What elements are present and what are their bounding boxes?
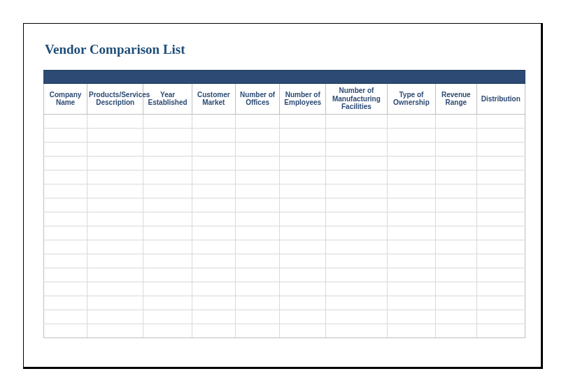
table-cell[interactable] xyxy=(476,226,525,240)
table-cell[interactable] xyxy=(192,240,235,254)
table-cell[interactable] xyxy=(44,240,87,254)
table-cell[interactable] xyxy=(387,184,435,198)
table-cell[interactable] xyxy=(44,198,87,212)
table-cell[interactable] xyxy=(235,324,280,337)
table-cell[interactable] xyxy=(143,240,192,254)
table-cell[interactable] xyxy=(44,114,87,128)
table-cell[interactable] xyxy=(476,324,525,337)
table-cell[interactable] xyxy=(280,142,326,156)
table-cell[interactable] xyxy=(87,268,143,282)
table-cell[interactable] xyxy=(280,324,326,337)
table-cell[interactable] xyxy=(476,296,525,310)
table-cell[interactable] xyxy=(326,240,388,254)
table-cell[interactable] xyxy=(192,324,235,337)
table-cell[interactable] xyxy=(387,324,435,337)
table-cell[interactable] xyxy=(476,142,525,156)
table-cell[interactable] xyxy=(87,324,143,337)
table-cell[interactable] xyxy=(87,184,143,198)
table-cell[interactable] xyxy=(280,226,326,240)
table-cell[interactable] xyxy=(387,156,435,170)
table-cell[interactable] xyxy=(476,268,525,282)
table-cell[interactable] xyxy=(280,198,326,212)
table-cell[interactable] xyxy=(436,114,476,128)
table-cell[interactable] xyxy=(143,170,192,184)
table-cell[interactable] xyxy=(44,128,87,142)
table-cell[interactable] xyxy=(143,254,192,268)
table-cell[interactable] xyxy=(87,128,143,142)
table-cell[interactable] xyxy=(143,198,192,212)
table-cell[interactable] xyxy=(87,114,143,128)
table-cell[interactable] xyxy=(44,156,87,170)
table-cell[interactable] xyxy=(280,310,326,324)
table-cell[interactable] xyxy=(326,296,388,310)
table-cell[interactable] xyxy=(235,310,280,324)
table-cell[interactable] xyxy=(235,128,280,142)
table-cell[interactable] xyxy=(235,170,280,184)
table-cell[interactable] xyxy=(192,282,235,296)
table-cell[interactable] xyxy=(87,212,143,226)
table-cell[interactable] xyxy=(235,184,280,198)
table-cell[interactable] xyxy=(235,296,280,310)
table-cell[interactable] xyxy=(87,198,143,212)
table-cell[interactable] xyxy=(143,128,192,142)
table-cell[interactable] xyxy=(476,254,525,268)
table-cell[interactable] xyxy=(280,156,326,170)
table-cell[interactable] xyxy=(87,254,143,268)
table-cell[interactable] xyxy=(387,212,435,226)
table-cell[interactable] xyxy=(235,198,280,212)
table-cell[interactable] xyxy=(235,268,280,282)
table-cell[interactable] xyxy=(476,170,525,184)
table-cell[interactable] xyxy=(192,310,235,324)
table-cell[interactable] xyxy=(387,142,435,156)
table-cell[interactable] xyxy=(387,296,435,310)
table-cell[interactable] xyxy=(476,212,525,226)
table-cell[interactable] xyxy=(436,156,476,170)
table-cell[interactable] xyxy=(326,268,388,282)
table-cell[interactable] xyxy=(87,240,143,254)
table-cell[interactable] xyxy=(436,254,476,268)
table-cell[interactable] xyxy=(387,128,435,142)
table-cell[interactable] xyxy=(280,114,326,128)
table-cell[interactable] xyxy=(192,184,235,198)
table-cell[interactable] xyxy=(436,240,476,254)
table-cell[interactable] xyxy=(143,296,192,310)
table-cell[interactable] xyxy=(192,296,235,310)
table-cell[interactable] xyxy=(476,156,525,170)
table-cell[interactable] xyxy=(476,128,525,142)
table-cell[interactable] xyxy=(87,310,143,324)
table-cell[interactable] xyxy=(44,268,87,282)
table-cell[interactable] xyxy=(387,240,435,254)
table-cell[interactable] xyxy=(280,240,326,254)
table-cell[interactable] xyxy=(280,128,326,142)
table-cell[interactable] xyxy=(44,282,87,296)
table-cell[interactable] xyxy=(235,212,280,226)
table-cell[interactable] xyxy=(87,156,143,170)
table-cell[interactable] xyxy=(436,282,476,296)
table-cell[interactable] xyxy=(87,170,143,184)
table-cell[interactable] xyxy=(192,114,235,128)
table-cell[interactable] xyxy=(326,254,388,268)
table-cell[interactable] xyxy=(44,254,87,268)
table-cell[interactable] xyxy=(87,296,143,310)
table-cell[interactable] xyxy=(476,240,525,254)
table-cell[interactable] xyxy=(476,114,525,128)
table-cell[interactable] xyxy=(44,142,87,156)
table-cell[interactable] xyxy=(235,240,280,254)
table-cell[interactable] xyxy=(387,268,435,282)
table-cell[interactable] xyxy=(280,254,326,268)
table-cell[interactable] xyxy=(235,114,280,128)
table-cell[interactable] xyxy=(326,170,388,184)
table-cell[interactable] xyxy=(87,282,143,296)
table-cell[interactable] xyxy=(326,114,388,128)
table-cell[interactable] xyxy=(44,226,87,240)
table-cell[interactable] xyxy=(326,198,388,212)
table-cell[interactable] xyxy=(387,282,435,296)
table-cell[interactable] xyxy=(143,282,192,296)
table-cell[interactable] xyxy=(192,156,235,170)
table-cell[interactable] xyxy=(192,254,235,268)
table-cell[interactable] xyxy=(326,128,388,142)
table-cell[interactable] xyxy=(235,282,280,296)
table-cell[interactable] xyxy=(387,198,435,212)
table-cell[interactable] xyxy=(436,128,476,142)
table-cell[interactable] xyxy=(436,170,476,184)
